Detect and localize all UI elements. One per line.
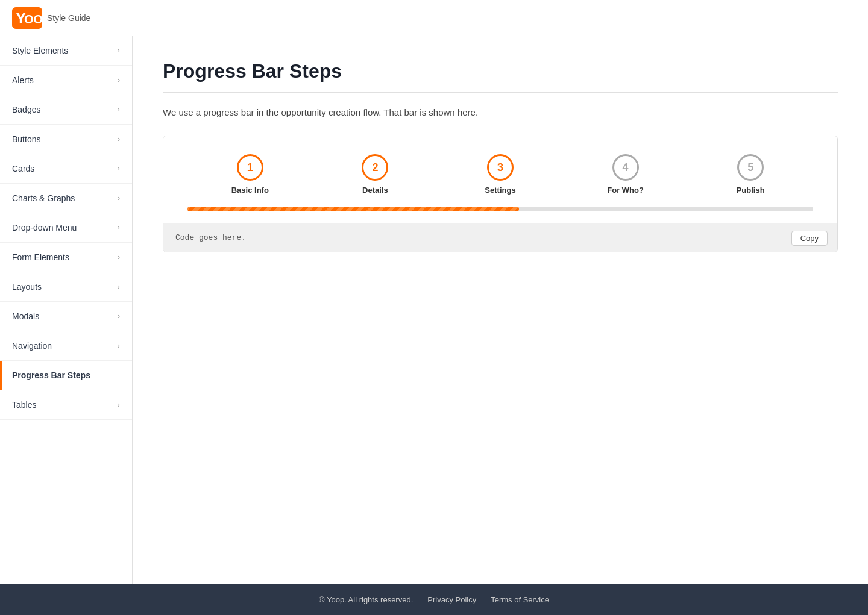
step-circle-2[interactable]: 2 bbox=[362, 154, 388, 181]
sidebar-item-label: Layouts bbox=[12, 282, 42, 292]
sidebar-item-label: Progress Bar Steps bbox=[12, 370, 90, 380]
sidebar-item-label: Alerts bbox=[12, 75, 34, 85]
svg-text:OOP: OOP bbox=[24, 13, 42, 26]
footer-copyright: © Yoop. All rights reserved. bbox=[319, 595, 413, 604]
sidebar-item-label: Drop-down Menu bbox=[12, 223, 77, 233]
progress-step-1: 1Basic Info bbox=[187, 154, 313, 195]
sidebar-item-alerts[interactable]: Alerts› bbox=[0, 66, 132, 95]
chevron-right-icon: › bbox=[118, 401, 120, 409]
terms-of-service-link[interactable]: Terms of Service bbox=[491, 595, 549, 604]
progress-bar-track bbox=[187, 207, 813, 211]
page-description: We use a progress bar in the opportunity… bbox=[163, 107, 838, 117]
step-circle-1[interactable]: 1 bbox=[237, 154, 263, 181]
progress-step-5: 5Publish bbox=[688, 154, 813, 195]
sidebar-item-label: Tables bbox=[12, 400, 36, 410]
progress-step-4: 4For Who? bbox=[563, 154, 688, 195]
sidebar-item-navigation[interactable]: Navigation› bbox=[0, 331, 132, 361]
sidebar-item-tables[interactable]: Tables› bbox=[0, 390, 132, 420]
sidebar-item-modals[interactable]: Modals› bbox=[0, 302, 132, 331]
code-area: Code goes here. Copy bbox=[163, 223, 837, 252]
page-title: Progress Bar Steps bbox=[163, 60, 838, 83]
main-content: Progress Bar Steps We use a progress bar… bbox=[133, 36, 868, 584]
privacy-policy-link[interactable]: Privacy Policy bbox=[427, 595, 476, 604]
step-label-1: Basic Info bbox=[231, 186, 269, 195]
sidebar-item-progress-bar-steps[interactable]: Progress Bar Steps bbox=[0, 361, 132, 390]
sidebar-item-label: Badges bbox=[12, 105, 40, 114]
layout: Style Elements›Alerts›Badges›Buttons›Car… bbox=[0, 36, 868, 584]
step-label-4: For Who? bbox=[607, 186, 644, 195]
sidebar-item-label: Buttons bbox=[12, 134, 40, 144]
chevron-right-icon: › bbox=[118, 76, 120, 84]
chevron-right-icon: › bbox=[118, 46, 120, 55]
yoop-logo-icon: Y OOP bbox=[12, 7, 42, 29]
progress-step-3: 3Settings bbox=[438, 154, 563, 195]
sidebar-item-label: Modals bbox=[12, 311, 39, 321]
progress-steps-area: 1Basic Info2Details3Settings4For Who?5Pu… bbox=[163, 136, 837, 223]
chevron-right-icon: › bbox=[118, 253, 120, 261]
step-label-3: Settings bbox=[485, 186, 515, 195]
chevron-right-icon: › bbox=[118, 194, 120, 202]
sidebar-item-cards[interactable]: Cards› bbox=[0, 154, 132, 184]
sidebar-item-label: Cards bbox=[12, 164, 34, 173]
step-circle-3[interactable]: 3 bbox=[487, 154, 514, 181]
steps-row: 1Basic Info2Details3Settings4For Who?5Pu… bbox=[187, 154, 813, 195]
sidebar-item-buttons[interactable]: Buttons› bbox=[0, 125, 132, 154]
code-placeholder: Code goes here. bbox=[175, 233, 246, 242]
sidebar-item-badges[interactable]: Badges› bbox=[0, 95, 132, 125]
chevron-right-icon: › bbox=[118, 283, 120, 291]
chevron-right-icon: › bbox=[118, 223, 120, 232]
sidebar-item-layouts[interactable]: Layouts› bbox=[0, 272, 132, 302]
chevron-right-icon: › bbox=[118, 312, 120, 320]
progress-bar-component: 1Basic Info2Details3Settings4For Who?5Pu… bbox=[163, 136, 838, 252]
sidebar-item-label: Style Elements bbox=[12, 46, 68, 55]
sidebar-item-style-elements[interactable]: Style Elements› bbox=[0, 36, 132, 66]
sidebar: Style Elements›Alerts›Badges›Buttons›Car… bbox=[0, 36, 133, 584]
header: Y OOP Style Guide bbox=[0, 0, 868, 36]
chevron-right-icon: › bbox=[118, 164, 120, 173]
sidebar-item-label: Navigation bbox=[12, 341, 52, 351]
chevron-right-icon: › bbox=[118, 105, 120, 114]
chevron-right-icon: › bbox=[118, 135, 120, 143]
progress-step-2: 2Details bbox=[313, 154, 438, 195]
copy-button[interactable]: Copy bbox=[791, 231, 828, 246]
step-circle-4[interactable]: 4 bbox=[612, 154, 639, 181]
step-label-5: Publish bbox=[737, 186, 765, 195]
logo-container: Y OOP Style Guide bbox=[12, 7, 90, 29]
step-label-2: Details bbox=[362, 186, 388, 195]
logo-text: Style Guide bbox=[47, 13, 90, 23]
sidebar-item-charts-graphs[interactable]: Charts & Graphs› bbox=[0, 184, 132, 213]
progress-bar-fill bbox=[187, 207, 519, 211]
sidebar-item-label: Form Elements bbox=[12, 252, 69, 262]
step-circle-5[interactable]: 5 bbox=[737, 154, 764, 181]
page-divider bbox=[163, 92, 838, 93]
footer: © Yoop. All rights reserved. Privacy Pol… bbox=[0, 584, 868, 615]
sidebar-item-form-elements[interactable]: Form Elements› bbox=[0, 243, 132, 272]
chevron-right-icon: › bbox=[118, 342, 120, 350]
sidebar-item-label: Charts & Graphs bbox=[12, 193, 75, 203]
sidebar-item-dropdown-menu[interactable]: Drop-down Menu› bbox=[0, 213, 132, 243]
